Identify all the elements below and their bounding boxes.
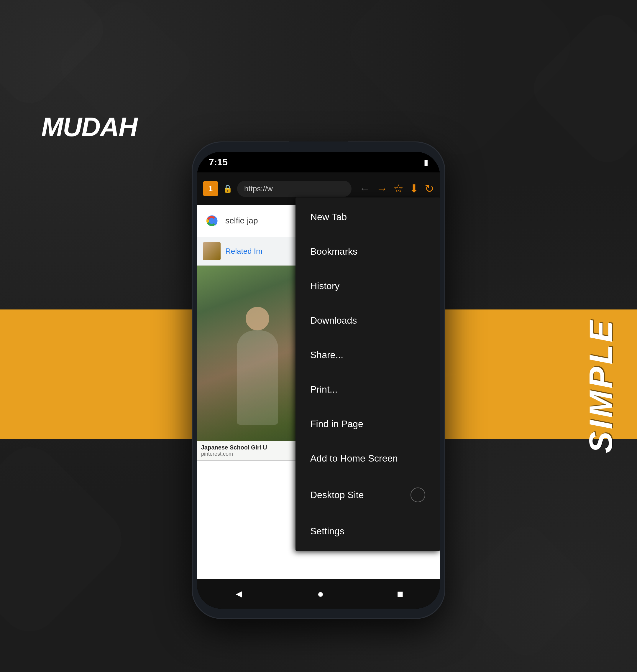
menu-item-add-to-home[interactable]: Add to Home Screen bbox=[295, 441, 440, 476]
menu-item-print[interactable]: Print... bbox=[295, 372, 440, 407]
nav-icons: ← → ☆ ⬇ ↻ bbox=[359, 182, 434, 195]
menu-item-desktop-site[interactable]: Desktop Site bbox=[295, 476, 440, 514]
status-time: 7:15 bbox=[209, 157, 228, 168]
phone-frame: 7:15 ▮ 1 🔒 https://w ← → ☆ ⬇ ↻ bbox=[192, 142, 445, 619]
status-bar: 7:15 ▮ bbox=[197, 152, 440, 172]
nav-bookmark-icon[interactable]: ☆ bbox=[394, 182, 403, 195]
nav-recent-button[interactable]: ■ bbox=[397, 588, 403, 600]
menu-item-new-tab[interactable]: New Tab bbox=[295, 200, 440, 234]
simple-text: SIMPLE bbox=[582, 318, 619, 453]
menu-item-downloads[interactable]: Downloads bbox=[295, 303, 440, 338]
desktop-site-toggle[interactable] bbox=[411, 487, 425, 502]
phone-screen: 7:15 ▮ 1 🔒 https://w ← → ☆ ⬇ ↻ bbox=[197, 152, 440, 609]
google-logo bbox=[203, 212, 221, 229]
phone-mockup: 7:15 ▮ 1 🔒 https://w ← → ☆ ⬇ ↻ bbox=[192, 142, 445, 619]
lock-icon: 🔒 bbox=[223, 184, 232, 193]
nav-back-button[interactable]: ◄ bbox=[234, 588, 244, 600]
phone-nav-bar: ◄ ● ■ bbox=[197, 579, 440, 609]
tab-count-badge[interactable]: 1 bbox=[203, 181, 218, 196]
menu-item-bookmarks[interactable]: Bookmarks bbox=[295, 234, 440, 269]
related-images-link[interactable]: Related Im bbox=[225, 247, 262, 256]
url-bar[interactable]: https://w bbox=[237, 181, 351, 197]
menu-item-settings[interactable]: Settings bbox=[295, 514, 440, 548]
nav-refresh-icon[interactable]: ↻ bbox=[425, 182, 434, 195]
search-query: selfie jap bbox=[225, 216, 258, 225]
nav-download-icon[interactable]: ⬇ bbox=[410, 182, 419, 195]
dropdown-menu: New Tab Bookmarks History Downloads Shar… bbox=[295, 198, 440, 551]
mudah-logo: MUDAH bbox=[41, 112, 137, 142]
menu-item-share[interactable]: Share... bbox=[295, 338, 440, 372]
nav-forward-icon[interactable]: → bbox=[376, 183, 387, 195]
nav-back-icon[interactable]: ← bbox=[359, 183, 370, 195]
menu-item-find-in-page[interactable]: Find in Page bbox=[295, 407, 440, 441]
status-battery: ▮ bbox=[424, 157, 428, 167]
menu-item-history[interactable]: History bbox=[295, 269, 440, 303]
nav-home-button[interactable]: ● bbox=[317, 588, 324, 600]
